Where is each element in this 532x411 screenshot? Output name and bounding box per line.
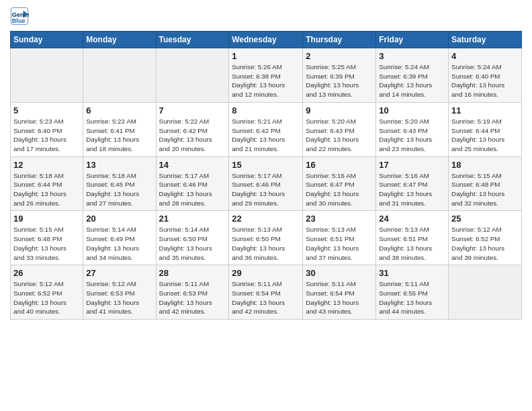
day-info: Sunrise: 5:16 AM Sunset: 6:47 PM Dayligh… (306, 171, 373, 208)
day-info: Sunrise: 5:12 AM Sunset: 6:52 PM Dayligh… (451, 225, 519, 262)
day-info: Sunrise: 5:24 AM Sunset: 6:40 PM Dayligh… (451, 62, 519, 99)
calendar-cell: 7Sunrise: 5:22 AM Sunset: 6:42 PM Daylig… (156, 102, 229, 156)
day-info: Sunrise: 5:20 AM Sunset: 6:43 PM Dayligh… (379, 117, 445, 154)
day-number: 13 (86, 160, 152, 170)
calendar-cell: 1Sunrise: 5:26 AM Sunset: 6:38 PM Daylig… (229, 48, 303, 103)
calendar-cell: 13Sunrise: 5:18 AM Sunset: 6:45 PM Dayli… (83, 156, 156, 211)
day-info: Sunrise: 5:22 AM Sunset: 6:42 PM Dayligh… (159, 117, 226, 154)
day-info: Sunrise: 5:19 AM Sunset: 6:44 PM Dayligh… (451, 117, 519, 154)
day-info: Sunrise: 5:25 AM Sunset: 6:39 PM Dayligh… (306, 62, 373, 99)
day-number: 15 (232, 160, 300, 170)
day-number: 12 (13, 160, 80, 170)
calendar-cell: 11Sunrise: 5:19 AM Sunset: 6:44 PM Dayli… (449, 102, 522, 156)
day-info: Sunrise: 5:16 AM Sunset: 6:47 PM Dayligh… (379, 171, 445, 208)
day-number: 18 (451, 160, 519, 170)
day-info: Sunrise: 5:12 AM Sunset: 6:53 PM Dayligh… (86, 279, 152, 316)
day-number: 11 (451, 105, 519, 116)
page: General Blue SundayMondayTuesdayWednesda… (0, 0, 532, 411)
day-info: Sunrise: 5:11 AM Sunset: 6:54 PM Dayligh… (306, 279, 373, 316)
calendar-cell: 23Sunrise: 5:13 AM Sunset: 6:51 PM Dayli… (303, 211, 376, 265)
day-info: Sunrise: 5:15 AM Sunset: 6:48 PM Dayligh… (13, 225, 80, 262)
calendar-cell (83, 48, 156, 103)
weekday-header-tuesday: Tuesday (156, 32, 229, 48)
calendar-cell: 15Sunrise: 5:17 AM Sunset: 6:46 PM Dayli… (229, 156, 303, 211)
day-number: 20 (86, 214, 152, 224)
header: General Blue (10, 7, 522, 26)
calendar-cell: 28Sunrise: 5:11 AM Sunset: 6:53 PM Dayli… (156, 265, 229, 320)
logo: General Blue (10, 7, 32, 26)
day-number: 14 (159, 160, 226, 170)
day-info: Sunrise: 5:11 AM Sunset: 6:55 PM Dayligh… (379, 279, 445, 316)
day-number: 28 (159, 268, 226, 278)
day-info: Sunrise: 5:17 AM Sunset: 6:46 PM Dayligh… (159, 171, 226, 208)
day-number: 31 (379, 268, 445, 278)
week-row-4: 19Sunrise: 5:15 AM Sunset: 6:48 PM Dayli… (11, 211, 522, 265)
day-number: 22 (232, 214, 300, 224)
day-number: 9 (306, 105, 373, 116)
calendar-cell: 16Sunrise: 5:16 AM Sunset: 6:47 PM Dayli… (303, 156, 376, 211)
day-info: Sunrise: 5:12 AM Sunset: 6:52 PM Dayligh… (13, 279, 80, 316)
calendar-cell: 10Sunrise: 5:20 AM Sunset: 6:43 PM Dayli… (376, 102, 449, 156)
day-number: 19 (13, 214, 80, 224)
calendar-cell: 26Sunrise: 5:12 AM Sunset: 6:52 PM Dayli… (11, 265, 83, 320)
calendar-cell: 25Sunrise: 5:12 AM Sunset: 6:52 PM Dayli… (449, 211, 522, 265)
day-info: Sunrise: 5:26 AM Sunset: 6:38 PM Dayligh… (232, 62, 300, 99)
day-info: Sunrise: 5:17 AM Sunset: 6:46 PM Dayligh… (232, 171, 300, 208)
calendar-cell: 19Sunrise: 5:15 AM Sunset: 6:48 PM Dayli… (11, 211, 83, 265)
weekday-header-thursday: Thursday (303, 32, 376, 48)
day-info: Sunrise: 5:18 AM Sunset: 6:45 PM Dayligh… (86, 171, 152, 208)
week-row-5: 26Sunrise: 5:12 AM Sunset: 6:52 PM Dayli… (11, 265, 522, 320)
weekday-header-monday: Monday (83, 32, 156, 48)
calendar-cell: 17Sunrise: 5:16 AM Sunset: 6:47 PM Dayli… (376, 156, 449, 211)
calendar-cell: 30Sunrise: 5:11 AM Sunset: 6:54 PM Dayli… (303, 265, 376, 320)
calendar-cell: 5Sunrise: 5:23 AM Sunset: 6:40 PM Daylig… (11, 102, 83, 156)
day-info: Sunrise: 5:18 AM Sunset: 6:44 PM Dayligh… (13, 171, 80, 208)
calendar-cell (156, 48, 229, 103)
calendar-cell (449, 265, 522, 320)
day-number: 26 (13, 268, 80, 278)
calendar-cell: 24Sunrise: 5:13 AM Sunset: 6:51 PM Dayli… (376, 211, 449, 265)
day-number: 10 (379, 105, 445, 116)
day-info: Sunrise: 5:13 AM Sunset: 6:51 PM Dayligh… (306, 225, 373, 262)
day-number: 25 (451, 214, 519, 224)
day-number: 23 (306, 214, 373, 224)
calendar-cell: 22Sunrise: 5:13 AM Sunset: 6:50 PM Dayli… (229, 211, 303, 265)
day-info: Sunrise: 5:13 AM Sunset: 6:50 PM Dayligh… (232, 225, 300, 262)
day-number: 5 (13, 105, 80, 116)
weekday-header-friday: Friday (376, 32, 449, 48)
day-number: 7 (159, 105, 226, 116)
day-info: Sunrise: 5:23 AM Sunset: 6:40 PM Dayligh… (13, 117, 80, 154)
svg-text:Blue: Blue (12, 17, 26, 24)
week-row-2: 5Sunrise: 5:23 AM Sunset: 6:40 PM Daylig… (11, 102, 522, 156)
calendar-cell: 4Sunrise: 5:24 AM Sunset: 6:40 PM Daylig… (449, 48, 522, 103)
day-number: 21 (159, 214, 226, 224)
day-info: Sunrise: 5:14 AM Sunset: 6:50 PM Dayligh… (159, 225, 226, 262)
day-info: Sunrise: 5:20 AM Sunset: 6:43 PM Dayligh… (306, 117, 373, 154)
day-info: Sunrise: 5:11 AM Sunset: 6:53 PM Dayligh… (159, 279, 226, 316)
day-number: 16 (306, 160, 373, 170)
day-info: Sunrise: 5:13 AM Sunset: 6:51 PM Dayligh… (379, 225, 445, 262)
day-number: 3 (379, 51, 445, 61)
day-number: 1 (232, 51, 300, 61)
calendar-table: SundayMondayTuesdayWednesdayThursdayFrid… (10, 31, 522, 320)
weekday-header-saturday: Saturday (449, 32, 522, 48)
day-info: Sunrise: 5:14 AM Sunset: 6:49 PM Dayligh… (86, 225, 152, 262)
calendar-cell: 29Sunrise: 5:11 AM Sunset: 6:54 PM Dayli… (229, 265, 303, 320)
week-row-3: 12Sunrise: 5:18 AM Sunset: 6:44 PM Dayli… (11, 156, 522, 211)
calendar-cell: 21Sunrise: 5:14 AM Sunset: 6:50 PM Dayli… (156, 211, 229, 265)
day-number: 30 (306, 268, 373, 278)
calendar-cell: 31Sunrise: 5:11 AM Sunset: 6:55 PM Dayli… (376, 265, 449, 320)
day-number: 29 (232, 268, 300, 278)
weekday-header-sunday: Sunday (11, 32, 83, 48)
day-info: Sunrise: 5:21 AM Sunset: 6:42 PM Dayligh… (232, 117, 300, 154)
day-info: Sunrise: 5:24 AM Sunset: 6:39 PM Dayligh… (379, 62, 445, 99)
calendar-cell: 18Sunrise: 5:15 AM Sunset: 6:48 PM Dayli… (449, 156, 522, 211)
day-info: Sunrise: 5:22 AM Sunset: 6:41 PM Dayligh… (86, 117, 152, 154)
calendar-cell: 2Sunrise: 5:25 AM Sunset: 6:39 PM Daylig… (303, 48, 376, 103)
calendar-cell: 20Sunrise: 5:14 AM Sunset: 6:49 PM Dayli… (83, 211, 156, 265)
calendar-cell: 14Sunrise: 5:17 AM Sunset: 6:46 PM Dayli… (156, 156, 229, 211)
calendar-cell: 3Sunrise: 5:24 AM Sunset: 6:39 PM Daylig… (376, 48, 449, 103)
calendar-cell: 27Sunrise: 5:12 AM Sunset: 6:53 PM Dayli… (83, 265, 156, 320)
day-number: 24 (379, 214, 445, 224)
weekday-header-row: SundayMondayTuesdayWednesdayThursdayFrid… (11, 32, 522, 48)
